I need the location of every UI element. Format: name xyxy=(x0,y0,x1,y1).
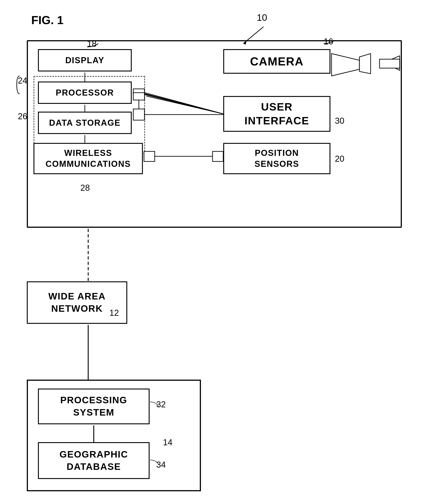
user-interface-label: USERINTERFACE xyxy=(244,100,309,128)
wan-label: WIDE AREANETWORK xyxy=(48,290,106,315)
wireless-box: WIRELESSCOMMUNICATIONS xyxy=(34,143,143,174)
display-box: DISPLAY xyxy=(38,49,132,72)
position-sensors-box: POSITIONSENSORS xyxy=(223,143,330,174)
position-sensors-label: POSITIONSENSORS xyxy=(255,148,299,170)
processor-label: PROCESSOR xyxy=(56,88,114,98)
ref-30-label: 30 xyxy=(335,116,344,126)
geo-database-box: GEOGRAPHICDATABASE xyxy=(38,442,150,479)
ref-24-label: 24 xyxy=(18,76,27,86)
geo-database-label: GEOGRAPHICDATABASE xyxy=(59,448,128,473)
ref-16-label: 16 xyxy=(324,37,333,46)
data-storage-label: DATA STORAGE xyxy=(49,118,121,128)
processing-system-label: PROCESSINGSYSTEM xyxy=(60,394,127,418)
diagram-container: FIG. 1 10 DISPLAY 18 24 PROCESSOR DATA S… xyxy=(0,0,434,504)
camera-label: CAMERA xyxy=(250,55,304,68)
figure-label: FIG. 1 xyxy=(31,13,63,27)
ref-10-label: 10 xyxy=(257,12,267,23)
ref-28-label: 28 xyxy=(80,183,90,193)
ref-26-label: 26 xyxy=(18,112,27,121)
wireless-label: WIRELESSCOMMUNICATIONS xyxy=(45,148,131,170)
display-label: DISPLAY xyxy=(65,56,104,65)
ref-18-label: 18 xyxy=(87,39,97,49)
user-interface-box: USERINTERFACE xyxy=(223,96,330,132)
ref-32-label: 32 xyxy=(156,400,166,409)
ref-12-label: 12 xyxy=(109,308,119,318)
data-storage-box: DATA STORAGE xyxy=(38,112,132,134)
ref-34-label: 34 xyxy=(156,460,166,470)
camera-box: CAMERA xyxy=(223,49,330,74)
processor-box: PROCESSOR xyxy=(38,81,132,104)
ref-14-label: 14 xyxy=(163,438,172,447)
ref-20-label: 20 xyxy=(335,154,344,164)
processing-system-box: PROCESSINGSYSTEM xyxy=(38,388,150,424)
